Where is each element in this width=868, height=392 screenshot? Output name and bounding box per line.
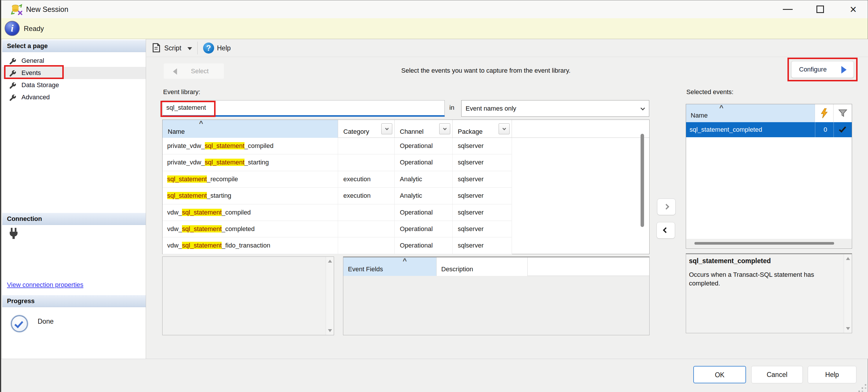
table-vertical-scrollbar[interactable] [641, 134, 644, 227]
event-name-prefix: vdw_ [167, 209, 182, 216]
sidebar-item-label: Advanced [22, 91, 50, 103]
column-label: Description [441, 265, 473, 273]
close-button[interactable]: × [841, 0, 866, 18]
vertical-scrollbar[interactable] [844, 254, 852, 333]
horizontal-scroll-thumb[interactable] [694, 242, 834, 244]
category-cell [338, 138, 395, 154]
event-name-prefix: private_vdw_ [167, 159, 205, 166]
channel-cell: Operational [395, 237, 453, 254]
event-description-title: sql_statement_completed [689, 257, 771, 265]
column-header-actions[interactable] [815, 104, 834, 122]
package-cell: sqlserver [453, 154, 512, 171]
info-icon: i [5, 21, 20, 36]
status-bar: i Ready [1, 18, 868, 39]
table-row[interactable]: sql_statement_recompile execution Analyt… [162, 171, 512, 188]
filter-funnel-icon [838, 109, 847, 117]
remove-event-button[interactable] [656, 222, 675, 238]
scroll-down-icon[interactable] [846, 327, 850, 330]
column-header-category[interactable]: Category [338, 120, 395, 138]
check-icon [14, 319, 24, 328]
sidebar-item-events[interactable]: Events [2, 67, 146, 79]
library-table-header: ^ Name Category Channel Package [162, 120, 649, 138]
channel-cell: Operational [395, 154, 453, 171]
event-name-suffix: _fido_transaction [222, 242, 270, 249]
sidebar-item-label: Events [22, 67, 41, 79]
event-name-suffix: _recompile [207, 175, 238, 183]
table-row[interactable]: sql_statement_starting execution Analyti… [162, 188, 512, 204]
channel-filter-dropdown[interactable] [439, 123, 450, 134]
chevron-down-icon [385, 127, 389, 130]
script-icon [150, 42, 161, 53]
lightning-icon [820, 108, 828, 118]
column-header-channel[interactable]: Channel [395, 120, 453, 138]
event-fields-header: ^ Event Fields Description [343, 257, 649, 276]
event-name-match: sql_statement [167, 192, 207, 199]
minimize-button[interactable] [775, 0, 800, 18]
scroll-up-icon[interactable] [846, 257, 850, 260]
configure-button[interactable]: Configure [791, 61, 854, 78]
column-header-event-fields[interactable]: ^ Event Fields [343, 257, 437, 276]
select-back-button[interactable]: Select [163, 63, 224, 79]
event-library-search-input[interactable]: sql_statement [162, 100, 445, 117]
horizontal-scrollbar[interactable] [686, 239, 851, 248]
chevron-down-icon [641, 106, 644, 111]
done-check-icon [11, 315, 28, 332]
wrench-icon [9, 81, 17, 90]
chevron-left-icon [663, 227, 669, 233]
table-row[interactable]: vdw_sql_statement_compiled Operational s… [162, 204, 512, 221]
help-button[interactable]: Help [217, 39, 230, 57]
event-name-suffix: _compiled [245, 142, 274, 150]
package-cell: sqlserver [453, 221, 512, 237]
channel-cell: Operational [395, 221, 453, 237]
category-filter-dropdown[interactable] [381, 123, 392, 134]
resize-grip[interactable] [862, 387, 863, 389]
category-cell [338, 204, 395, 221]
table-row[interactable]: private_vdw_sql_statement_starting Opera… [162, 154, 512, 171]
category-cell [338, 221, 395, 237]
table-row[interactable]: vdw_sql_statement_fido_transaction Opera… [162, 237, 512, 254]
help-button[interactable]: Help [808, 366, 857, 383]
script-button[interactable]: Script [164, 39, 181, 57]
column-label: Name [691, 112, 708, 119]
add-event-button[interactable] [657, 199, 676, 215]
in-label: in [450, 104, 454, 111]
sidebar-item-general[interactable]: General [2, 55, 146, 67]
window-title: New Session [26, 0, 68, 18]
package-filter-dropdown[interactable] [499, 123, 509, 134]
search-scope-select[interactable]: Event names only [461, 100, 649, 117]
table-row[interactable]: private_vdw_sql_statement_compiled Opera… [162, 138, 512, 154]
cancel-button[interactable]: Cancel [751, 366, 803, 383]
column-header-description[interactable]: Description [437, 257, 528, 276]
channel-cell: Operational [395, 204, 453, 221]
event-name-match: sql_statement [167, 175, 207, 183]
column-header-package[interactable]: Package [453, 120, 512, 138]
event-fields-panel: ^ Event Fields Description [343, 257, 650, 335]
selected-event-row[interactable]: sql_statement_completed 0 [686, 122, 852, 137]
sidebar-item-advanced[interactable]: Advanced [2, 91, 146, 103]
scroll-up-icon[interactable] [328, 260, 332, 263]
maximize-button[interactable] [808, 0, 833, 18]
instruction-text: Select the events you want to capture fr… [401, 67, 570, 74]
column-header-name[interactable]: ^ Name [686, 104, 815, 122]
search-value: sql_statement [166, 104, 206, 111]
sort-asc-icon: ^ [719, 104, 723, 112]
script-dropdown-caret-icon[interactable] [187, 47, 192, 50]
ok-button[interactable]: OK [693, 366, 746, 383]
column-label: Package [458, 128, 483, 135]
check-icon [839, 125, 846, 133]
scroll-down-icon[interactable] [328, 329, 332, 332]
event-name-suffix: _starting [245, 159, 269, 166]
column-header-name[interactable]: ^ Name [162, 120, 338, 138]
table-row[interactable]: vdw_sql_statement_completed Operational … [162, 221, 512, 237]
wrench-icon [9, 69, 17, 77]
sidebar-item-data-storage[interactable]: Data Storage [2, 79, 146, 91]
event-description-panel: sql_statement_completed Occurs when a Tr… [686, 253, 852, 333]
event-name-prefix: vdw_ [167, 225, 182, 232]
event-name-match: sql_statement [182, 242, 222, 249]
event-name-match: sql_statement [205, 159, 245, 166]
view-connection-properties-link[interactable]: View connection properties [7, 281, 84, 289]
vertical-scrollbar[interactable] [326, 257, 334, 335]
column-header-filters[interactable] [834, 104, 852, 122]
event-fields-body [343, 276, 649, 335]
toolbar: Script ? Help [146, 39, 868, 57]
